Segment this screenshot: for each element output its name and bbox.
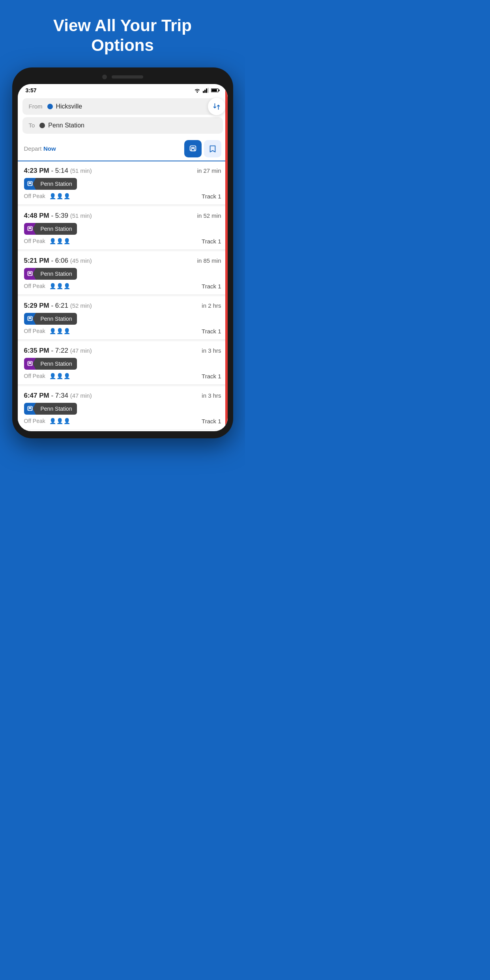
peak-info: Off Peak 👤👤👤 xyxy=(24,283,70,289)
trip-badge-row: Penn Station xyxy=(24,268,221,280)
phone-speaker xyxy=(112,75,143,79)
trip-eta: in 3 hrs xyxy=(202,392,221,399)
svg-point-17 xyxy=(30,229,31,230)
svg-point-29 xyxy=(30,364,31,365)
svg-point-13 xyxy=(30,184,31,185)
train-destination: Penn Station xyxy=(36,358,77,370)
svg-rect-18 xyxy=(28,227,32,229)
trip-duration: (51 min) xyxy=(70,212,92,219)
trip-eta: in 85 min xyxy=(197,257,221,264)
svg-point-16 xyxy=(28,229,29,230)
peak-info: Off Peak 👤👤👤 xyxy=(24,328,70,334)
svg-point-24 xyxy=(28,319,29,320)
trip-time-info: 4:48 PM - 5:39 (51 min) xyxy=(24,212,92,220)
trip-card[interactable]: 5:29 PM - 6:21 (52 min) in 2 hrs Penn St… xyxy=(18,296,228,340)
train-badge: Penn Station xyxy=(24,223,77,235)
trip-badge-row: Penn Station xyxy=(24,403,221,415)
trip-bottom-row: Off Peak 👤👤👤 Track 1 xyxy=(24,193,221,200)
peak-info: Off Peak 👤👤👤 xyxy=(24,418,70,424)
trip-card[interactable]: 4:23 PM - 5:14 (51 min) in 27 min Penn S… xyxy=(18,161,228,205)
trip-top-row: 4:48 PM - 5:39 (51 min) in 52 min xyxy=(24,212,221,220)
trip-top-row: 6:47 PM - 7:34 (47 min) in 3 hrs xyxy=(24,392,221,400)
occupancy-icons: 👤👤👤 xyxy=(49,328,70,334)
svg-rect-2 xyxy=(206,88,207,93)
trip-duration: (47 min) xyxy=(70,347,92,354)
train-destination: Penn Station xyxy=(36,178,77,190)
svg-point-28 xyxy=(28,364,29,365)
trip-eta: in 27 min xyxy=(197,167,221,174)
to-field[interactable]: To Penn Station xyxy=(22,117,223,134)
trip-badge-row: Penn Station xyxy=(24,358,221,370)
trip-card[interactable]: 6:47 PM - 7:34 (47 min) in 3 hrs Penn St… xyxy=(18,386,228,430)
status-time: 3:57 xyxy=(26,87,37,94)
train-destination: Penn Station xyxy=(36,403,77,415)
svg-rect-26 xyxy=(28,317,32,319)
filter-buttons xyxy=(184,140,221,157)
trip-duration: (51 min) xyxy=(70,167,92,174)
depart-value[interactable]: Now xyxy=(43,145,56,152)
trip-time-info: 4:23 PM - 5:14 (51 min) xyxy=(24,167,92,175)
train-badge: Penn Station xyxy=(24,403,77,415)
phone-screen: 3:57 xyxy=(18,84,228,431)
trip-top-row: 4:23 PM - 5:14 (51 min) in 27 min xyxy=(24,167,221,175)
trip-card[interactable]: 4:48 PM - 5:39 (51 min) in 52 min Penn S… xyxy=(18,206,228,250)
trip-badge-row: Penn Station xyxy=(24,223,221,235)
status-icons xyxy=(194,88,220,93)
train-badge: Penn Station xyxy=(24,178,77,190)
depart-row: Depart Now xyxy=(18,136,228,161)
svg-point-9 xyxy=(193,149,195,151)
trip-card[interactable]: 6:35 PM - 7:22 (47 min) in 3 hrs Penn St… xyxy=(18,341,228,385)
trip-time: 4:48 PM - 5:39 xyxy=(24,212,70,219)
trip-duration: (47 min) xyxy=(70,392,92,399)
svg-rect-10 xyxy=(191,147,195,149)
svg-rect-14 xyxy=(28,182,32,184)
trip-top-row: 5:29 PM - 6:21 (52 min) in 2 hrs xyxy=(24,302,221,310)
train-destination: Penn Station xyxy=(36,313,77,325)
trip-time: 4:23 PM - 5:14 xyxy=(24,167,70,174)
occupancy-icons: 👤👤👤 xyxy=(49,238,70,244)
trip-bottom-row: Off Peak 👤👤👤 Track 1 xyxy=(24,418,221,425)
track-info: Track 1 xyxy=(202,238,221,245)
train-destination: Penn Station xyxy=(36,223,77,235)
trip-duration: (45 min) xyxy=(70,257,92,264)
occupancy-icons: 👤👤👤 xyxy=(49,193,70,199)
trip-bottom-row: Off Peak 👤👤👤 Track 1 xyxy=(24,373,221,380)
occupancy-icons: 👤👤👤 xyxy=(49,283,70,289)
bookmark-filter-button[interactable] xyxy=(204,140,221,157)
svg-rect-0 xyxy=(203,91,204,93)
trip-bottom-row: Off Peak 👤👤👤 Track 1 xyxy=(24,328,221,335)
to-label: To xyxy=(29,122,35,129)
trip-time-info: 6:47 PM - 7:34 (47 min) xyxy=(24,392,92,400)
occupancy-icons: 👤👤👤 xyxy=(49,373,70,379)
phone-top-bar xyxy=(18,75,228,84)
swap-button[interactable] xyxy=(208,98,225,115)
svg-point-21 xyxy=(30,274,31,275)
phone-device: 3:57 xyxy=(12,67,233,438)
trip-duration: (52 min) xyxy=(70,302,92,309)
depart-label: Depart xyxy=(24,145,42,152)
svg-point-20 xyxy=(28,274,29,275)
train-filter-button[interactable] xyxy=(184,140,202,157)
svg-rect-1 xyxy=(204,90,206,93)
search-section: From Hicksville To Penn Station xyxy=(18,95,228,134)
svg-point-25 xyxy=(30,319,31,320)
svg-rect-30 xyxy=(28,362,32,364)
to-station-name: Penn Station xyxy=(48,122,84,129)
hero-title: View All Your Trip Options xyxy=(0,0,245,67)
track-info: Track 1 xyxy=(202,283,221,290)
svg-rect-5 xyxy=(219,90,220,91)
trip-card[interactable]: 5:21 PM - 6:06 (45 min) in 85 min Penn S… xyxy=(18,251,228,295)
trip-badge-row: Penn Station xyxy=(24,178,221,190)
trip-time-info: 6:35 PM - 7:22 (47 min) xyxy=(24,347,92,355)
svg-rect-3 xyxy=(208,88,209,93)
trip-eta: in 3 hrs xyxy=(202,347,221,354)
signal-icon xyxy=(203,88,209,93)
wifi-icon xyxy=(194,88,201,93)
from-dot xyxy=(47,104,53,109)
train-badge: Penn Station xyxy=(24,268,77,280)
svg-point-12 xyxy=(28,184,29,185)
track-info: Track 1 xyxy=(202,328,221,335)
from-station-name: Hicksville xyxy=(56,103,82,110)
from-field[interactable]: From Hicksville xyxy=(22,98,223,115)
trip-bottom-row: Off Peak 👤👤👤 Track 1 xyxy=(24,238,221,245)
